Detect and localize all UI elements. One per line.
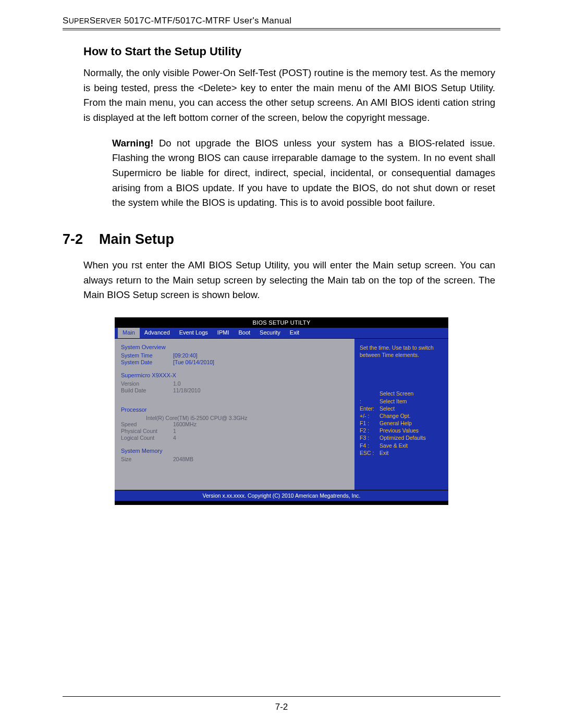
bios-speed-value: 1600MHz: [173, 421, 197, 427]
bios-system-date-label: System Date: [121, 359, 173, 365]
warning-block: Warning! Do not upgrade the BIOS unless …: [112, 136, 495, 211]
bios-speed-label: Speed: [121, 421, 173, 427]
bios-version-value: 1.0: [173, 380, 181, 387]
bios-cpu-name: Intel(R) Core(TM) i5-2500 CPU@ 3.3GHz: [121, 415, 348, 421]
bios-system-time-value[interactable]: [09:20:40]: [173, 352, 198, 359]
bios-key-k: F4 :: [360, 442, 380, 449]
bios-processor-head: Processor: [121, 406, 348, 413]
bios-size-value: 2048MB: [173, 456, 193, 462]
bios-key-k: F2 :: [360, 427, 380, 434]
bios-key-k: ESC :: [360, 449, 380, 456]
bios-system-date-row[interactable]: System Date [Tue 06/14/2010]: [121, 359, 348, 365]
bios-system-overview-head: System Overview: [121, 344, 348, 350]
bios-system-memory-head: System Memory: [121, 448, 348, 454]
bios-tab-advanced[interactable]: Advanced: [140, 328, 175, 338]
bios-logical-count-value: 4: [173, 435, 176, 441]
bios-board-name: Supermicro X9XXX-X: [121, 372, 348, 378]
bios-tab-exit[interactable]: Exit: [285, 328, 304, 338]
manual-header: SUPERSERVER SUPERSERVER 5017C-MTF/5017C-…: [63, 16, 500, 26]
bios-key-k: +/- :: [360, 412, 380, 419]
para-main-setup: When you rst enter the AMI BIOS Setup Ut…: [83, 258, 495, 303]
bios-system-time-row[interactable]: System Time [09:20:40]: [121, 352, 348, 359]
bios-system-date-value[interactable]: [Tue 06/14/2010]: [173, 359, 214, 365]
subtitle-how-to-start: How to Start the Setup Utility: [83, 45, 500, 58]
bios-main-panel: System Overview System Time [09:20:40] S…: [115, 339, 354, 490]
bios-build-date-value: 11/18/2010: [173, 387, 201, 393]
bios-build-date-label: Build Date: [121, 387, 173, 393]
page-number: 7-2: [63, 696, 500, 712]
bios-key-a: Save & Exit: [380, 442, 408, 449]
bios-key-a: Select: [380, 405, 395, 412]
section-title-main-setup: 7-2Main Setup: [63, 231, 500, 248]
warning-label: Warning!: [112, 138, 153, 149]
bios-key-a: General Help: [380, 419, 412, 427]
bios-tab-security[interactable]: Security: [255, 328, 285, 338]
section-number: 7-2: [63, 231, 99, 248]
bios-tab-event-logs[interactable]: Event Logs: [175, 328, 213, 338]
bios-key-a: Select Screen: [380, 390, 413, 397]
bios-tab-ipmi[interactable]: IPMI: [213, 328, 234, 338]
bios-key-k: [360, 390, 380, 397]
para-how-to-start: Normally, the only visible Power-On Self…: [83, 66, 495, 126]
bios-physical-count-label: Physical Count: [121, 428, 173, 434]
bios-footer: Version x.xx.xxxx. Copyright (C) 2010 Am…: [115, 490, 448, 501]
bios-key-k: :: [360, 398, 380, 405]
bios-tab-main[interactable]: Main: [118, 328, 140, 338]
bios-physical-count-value: 1: [173, 428, 176, 434]
section-name: Main Setup: [99, 231, 174, 247]
bios-key-a: Change Opt.: [380, 412, 411, 419]
bios-key-a: Previous Values: [380, 427, 419, 434]
bios-help-panel: Set the time. Use tab to switch between …: [354, 339, 448, 490]
bios-size-label: Size: [121, 456, 173, 462]
bios-logical-count-label: Logical Count: [121, 435, 173, 441]
bios-tab-bar: Main Advanced Event Logs IPMI Boot Secur…: [115, 328, 448, 338]
bios-version-label: Version: [121, 380, 173, 387]
warning-body: Do not upgrade the BIOS unless your syst…: [112, 138, 495, 208]
bios-screenshot: BIOS SETUP UTILTY Main Advanced Event Lo…: [115, 317, 448, 505]
bios-system-time-label: System Time: [121, 352, 173, 359]
bios-key-k: F3 :: [360, 434, 380, 441]
bios-window-title: BIOS SETUP UTILTY: [115, 317, 448, 328]
bios-key-a: Select Item: [380, 398, 407, 405]
bios-key-a: Exit: [380, 449, 389, 456]
bios-key-k: Enter:: [360, 405, 380, 412]
bios-key-a: Optimized Defaults: [380, 434, 426, 441]
bios-help-text: Set the time. Use tab to switch between …: [360, 344, 443, 359]
bios-keys-legend: Select Screen :Select Item Enter:Select …: [360, 390, 443, 456]
bios-tab-boot[interactable]: Boot: [234, 328, 255, 338]
bios-key-k: F1 :: [360, 419, 380, 427]
